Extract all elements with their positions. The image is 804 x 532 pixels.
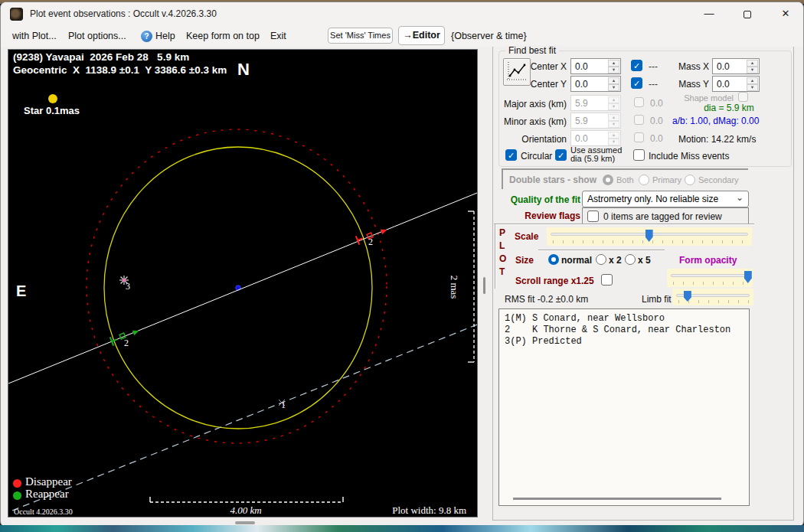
menu-keep-on-top[interactable]: Keep form on top	[186, 31, 260, 41]
center-x-free-checkbox[interactable]: ✓	[631, 60, 642, 71]
mas-scale-bar	[468, 211, 474, 362]
mass-y-label: Mass Y	[674, 79, 709, 90]
plot-hscrollbar-thumb[interactable]	[235, 521, 255, 524]
desktop-wallpaper-strip	[0, 525, 804, 532]
double-stars-group: Double stars - show Both Primary Seconda…	[502, 168, 748, 189]
observation-row[interactable]: 2 K Thorne & S Conard, near Charleston	[505, 325, 730, 336]
major-axis-zero: 0.0	[650, 98, 663, 109]
center-y-dashes: ---	[649, 79, 658, 90]
plot-section-left-edge	[495, 224, 496, 289]
km-scale-bar	[150, 497, 343, 502]
menu-exit[interactable]: Exit	[270, 31, 286, 41]
chord2-direction-arrow-green	[132, 328, 140, 335]
orientation-spinner: 0.0 ▲ ▼	[570, 130, 621, 146]
spin-up-icon[interactable]: ▲	[747, 60, 758, 67]
chord2-green-label: 2	[124, 338, 129, 349]
double-primary-radio	[639, 175, 649, 185]
app-window: Plot event observations : Occult v.4.202…	[0, 2, 804, 527]
control-panel: Find best fit Center X 0.0 ▲ ▼ ✓ --- Mas…	[492, 47, 794, 521]
observations-listbox[interactable]: 1(M) S Conard, near Wellsboro 2 K Thorne…	[498, 308, 750, 506]
chord-2-line	[8, 193, 477, 383]
occultation-plot[interactable]: (9238) Yavapai 2026 Feb 28 5.9 km Geocen…	[8, 50, 477, 517]
disappear-legend-label: Disappear	[25, 475, 72, 488]
size-normal-radio[interactable]	[548, 254, 559, 265]
orientation-checkbox	[634, 132, 644, 142]
major-axis-label: Major axis (km)	[502, 99, 567, 109]
spin-down-icon[interactable]: ▼	[747, 84, 758, 91]
chord2-direction-arrow-red	[381, 227, 388, 234]
spin-up-icon[interactable]: ▲	[747, 77, 758, 84]
double-secondary-label: Secondary	[698, 175, 739, 184]
menu-help[interactable]: Help	[155, 31, 175, 41]
double-stars-caption: Double stars - show	[509, 175, 596, 185]
scale-slider[interactable]	[547, 227, 752, 246]
form-opacity-slider[interactable]	[667, 269, 753, 287]
size-x2-label: x 2	[609, 255, 622, 266]
double-both-radio	[603, 175, 613, 185]
disappear-legend-dot	[13, 479, 21, 488]
chevron-down-icon[interactable]: ⌄	[736, 192, 744, 203]
size-label: Size	[515, 255, 534, 266]
splitter-handle[interactable]	[483, 277, 485, 294]
east-label: E	[16, 282, 26, 300]
center-y-spinner[interactable]: 0.0 ▲ ▼	[570, 76, 621, 92]
minimize-button[interactable]: —	[691, 2, 727, 25]
scroll-range-checkbox[interactable]	[601, 274, 613, 286]
spin-up-icon[interactable]: ▲	[608, 77, 619, 84]
help-icon[interactable]: ?	[141, 31, 152, 42]
limb-fit-slider[interactable]	[672, 289, 753, 305]
size-x2-radio[interactable]	[596, 254, 606, 265]
north-label: N	[237, 60, 250, 80]
quality-combobox[interactable]: Astrometry only. No reliable size ⌄	[582, 191, 749, 207]
rms-fit-readout: RMS fit -0.2 ±0.0 km	[505, 294, 588, 305]
menu-with-plot[interactable]: with Plot...	[12, 31, 57, 41]
spin-down-icon[interactable]: ▼	[608, 84, 619, 91]
plot-section-divider	[494, 224, 754, 225]
observation-row[interactable]: 1(M) S Conard, near Wellsboro	[505, 313, 730, 325]
set-miss-times-button[interactable]: Set 'Miss' Times	[328, 28, 393, 44]
mass-x-spinner[interactable]: 0.0 ▲ ▼	[712, 58, 760, 74]
size-x5-radio[interactable]	[625, 254, 636, 265]
size-x5-label: x 5	[638, 255, 651, 266]
maximize-button[interactable]	[730, 2, 765, 25]
major-axis-checkbox	[634, 97, 644, 107]
spin-down-icon[interactable]: ▼	[608, 67, 619, 73]
plot-title-line2: Geocentric X 1138.9 ±0.1 Y 3386.6 ±0.3 k…	[13, 64, 227, 76]
mass-y-spinner[interactable]: 0.0 ▲ ▼	[712, 76, 760, 92]
size-normal-label: normal	[561, 255, 592, 266]
form-opacity-track[interactable]	[671, 274, 749, 277]
include-miss-label: Include Miss events	[649, 151, 729, 162]
use-assumed-checkbox[interactable]: ✓	[555, 149, 567, 161]
center-x-label: Center X	[527, 61, 567, 72]
spin-down-icon[interactable]: ▼	[747, 67, 758, 73]
menu-plot-options[interactable]: Plot options...	[68, 31, 126, 41]
center-x-spinner[interactable]: 0.0 ▲ ▼	[570, 58, 621, 74]
fit-chart-icon	[504, 59, 530, 85]
chord1-label: 1	[281, 400, 286, 411]
review-flags-checkbox[interactable]	[587, 211, 599, 222]
chord2-reappear-errorbar	[110, 335, 119, 346]
review-flags-box: 0 items are tagged for review	[582, 207, 749, 225]
circular-checkbox[interactable]: ✓	[505, 149, 517, 161]
center-y-free-checkbox[interactable]: ✓	[631, 77, 642, 89]
form-opacity-label: Form opacity	[679, 255, 737, 266]
title-bar: Plot event observations : Occult v.4.202…	[1, 2, 803, 25]
quality-value: Astrometry only. No reliable size	[587, 194, 718, 204]
star-label: Star 0.1mas	[24, 105, 80, 116]
quality-label: Quality of the fit	[498, 194, 580, 205]
plot-letter-o: O	[499, 253, 506, 264]
spin-up-icon[interactable]: ▲	[608, 60, 619, 67]
plot-version-label: Occult 4.2026.3.30	[14, 508, 73, 516]
observation-row[interactable]: 3(P) Predicted	[505, 336, 730, 348]
review-flags-text: 0 items are tagged for review	[603, 211, 722, 222]
ab-dmag-readout: a/b: 1.00, dMag: 0.00	[672, 116, 759, 126]
star-diameter-dot	[48, 94, 57, 103]
include-miss-checkbox[interactable]	[633, 149, 645, 161]
close-button[interactable]: ✕	[768, 2, 803, 25]
listbox-hscrollbar[interactable]	[513, 498, 721, 500]
scale-label: Scale	[515, 231, 538, 242]
minor-axis-label: Minor axis (km)	[502, 116, 567, 127]
mas-scale-label: 2 mas	[448, 264, 460, 310]
editor-button[interactable]: →Editor	[398, 26, 445, 45]
shape-model-checkbox[interactable]	[738, 92, 748, 102]
